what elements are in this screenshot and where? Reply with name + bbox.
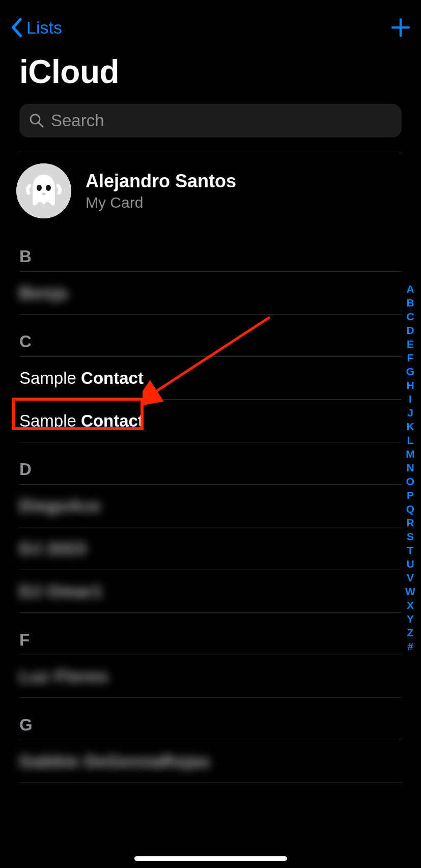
contact-name: Sample Contact <box>19 369 144 388</box>
divider <box>19 314 402 315</box>
contact-row[interactable]: DiegoAce <box>0 485 402 527</box>
svg-point-3 <box>37 185 42 191</box>
index-letter[interactable]: E <box>404 338 417 351</box>
index-letter[interactable]: V <box>404 571 417 584</box>
index-letter[interactable]: Y <box>404 612 417 626</box>
home-indicator[interactable] <box>134 856 287 861</box>
index-letter[interactable]: A <box>404 283 417 296</box>
index-letter[interactable]: I <box>404 393 417 406</box>
index-letter[interactable]: O <box>404 475 417 488</box>
contact-name: Gabbie DeGennaRojas <box>19 752 210 771</box>
my-card-text: Alejandro Santos My Card <box>86 171 236 211</box>
nav-bar: Lists <box>0 0 421 41</box>
index-letter[interactable]: N <box>404 461 417 474</box>
contact-name: Luz Flores <box>19 667 108 686</box>
index-letter[interactable]: S <box>404 530 417 543</box>
search-input[interactable] <box>51 111 392 130</box>
index-letter[interactable]: G <box>404 365 417 378</box>
contact-row[interactable]: DJ 2023 <box>0 527 402 570</box>
index-letter[interactable]: R <box>404 516 417 529</box>
svg-line-1 <box>39 123 43 127</box>
section-header-letter: F <box>0 630 402 655</box>
contact-row[interactable]: Sample Contact <box>0 400 402 442</box>
index-letter[interactable]: P <box>404 489 417 502</box>
contacts-section: FLuz Flores <box>0 613 402 698</box>
index-letter[interactable]: T <box>404 544 417 557</box>
contact-name: Sample Contact <box>19 411 144 431</box>
index-letter[interactable]: J <box>404 406 417 419</box>
my-card-name: Alejandro Santos <box>86 171 236 192</box>
index-letter[interactable]: C <box>404 310 417 323</box>
index-letter[interactable]: D <box>404 324 417 337</box>
back-button[interactable]: Lists <box>10 17 62 38</box>
svg-point-5 <box>42 193 46 195</box>
svg-point-4 <box>46 185 51 191</box>
divider <box>19 697 402 698</box>
page-title: iCloud <box>0 41 421 97</box>
chevron-left-icon <box>10 17 23 38</box>
index-letter[interactable]: K <box>404 420 417 433</box>
avatar <box>16 163 71 218</box>
divider <box>19 442 402 442</box>
index-letter[interactable]: # <box>404 640 417 653</box>
search-container <box>0 97 421 137</box>
section-header-letter: C <box>0 332 402 356</box>
contacts-section: DDiegoAceDJ 2023DJ Omar1 <box>0 442 402 613</box>
contacts-section: BBenja <box>0 230 402 315</box>
contact-row[interactable]: Benja <box>0 272 402 315</box>
my-card-subtitle: My Card <box>86 194 236 211</box>
back-label: Lists <box>26 18 62 38</box>
section-header-letter: B <box>0 247 402 271</box>
index-letter[interactable]: Z <box>404 626 417 639</box>
contacts-section: GGabbie DeGennaRojas <box>0 698 402 783</box>
ghost-memoji-icon <box>16 163 71 218</box>
divider <box>19 612 402 613</box>
contact-name: DiegoAce <box>19 496 101 516</box>
contact-name: Benja <box>19 284 68 303</box>
section-header-letter: G <box>0 715 402 740</box>
index-letter[interactable]: H <box>404 379 417 392</box>
plus-icon <box>390 17 411 38</box>
contact-row[interactable]: Gabbie DeGennaRojas <box>0 740 402 783</box>
index-letter[interactable]: X <box>404 599 417 612</box>
index-letter[interactable]: M <box>404 447 417 461</box>
contacts-section: CSample ContactSample Contact <box>0 315 402 442</box>
my-card-row[interactable]: Alejandro Santos My Card <box>0 152 421 230</box>
index-letter[interactable]: F <box>404 351 417 365</box>
contact-name: DJ Omar1 <box>19 582 103 601</box>
contact-row[interactable]: Sample Contact <box>0 357 402 400</box>
contacts-list: BBenjaCSample ContactSample ContactDDieg… <box>0 230 402 783</box>
index-letter[interactable]: U <box>404 557 417 571</box>
section-header-letter: D <box>0 460 402 484</box>
add-contact-button[interactable] <box>390 17 411 38</box>
search-icon <box>29 113 45 129</box>
contact-row[interactable]: Luz Flores <box>0 655 402 698</box>
contact-name: DJ 2023 <box>19 539 87 558</box>
index-letter[interactable]: W <box>404 585 417 598</box>
divider <box>19 782 402 783</box>
index-letter[interactable]: Q <box>404 502 417 516</box>
index-letter[interactable]: B <box>404 296 417 310</box>
search-bar[interactable] <box>19 104 402 137</box>
index-letter[interactable]: L <box>404 434 417 447</box>
contact-row[interactable]: DJ Omar1 <box>0 570 402 613</box>
alpha-index[interactable]: ABCDEFGHIJKLMNOPQRSTUVWXYZ# <box>404 283 417 653</box>
